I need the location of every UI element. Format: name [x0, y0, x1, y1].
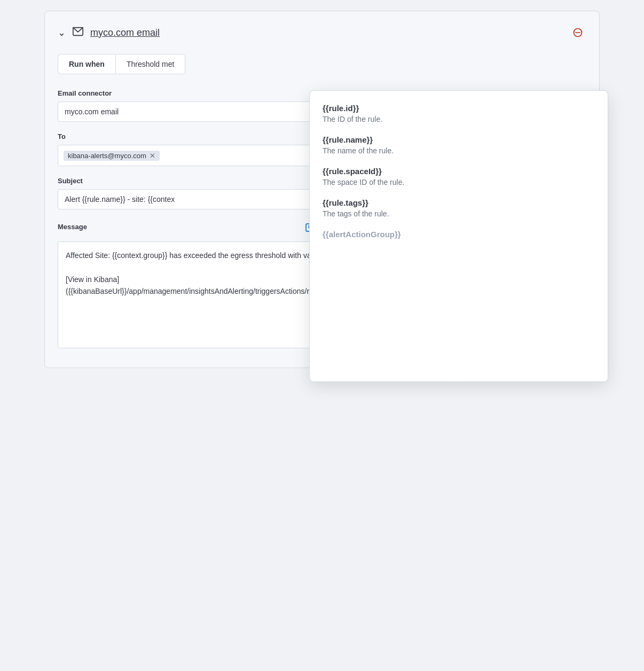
email-badge: kibana-alerts@myco.com ✕ — [64, 151, 160, 161]
mail-icon — [72, 26, 84, 40]
variable-name: {{rule.name}} — [323, 135, 593, 144]
header-row: ⌄ myco.com email — [58, 24, 586, 41]
connector-title: myco.com email — [90, 27, 160, 38]
variable-name: {{rule.spaceId}} — [323, 167, 593, 176]
variable-desc: The space ID of the rule. — [323, 178, 593, 186]
email-connector-label: Email connector — [58, 89, 319, 97]
variable-item-alert-action-group[interactable]: {{alertActionGroup}} — [323, 230, 593, 239]
form-section: Email connector To kibana-alerts@myco.co… — [58, 89, 319, 350]
variable-desc: The tags of the rule. — [323, 209, 593, 218]
variable-item-rule-id[interactable]: {{rule.id}} The ID of the rule. — [323, 104, 593, 123]
variable-name: {{rule.id}} — [323, 104, 593, 113]
message-header: Message — [58, 220, 319, 237]
chevron-down-icon[interactable]: ⌄ — [58, 27, 66, 38]
email-connector-input[interactable] — [58, 102, 319, 122]
variable-desc: The ID of the rule. — [323, 115, 593, 123]
tab-threshold-met[interactable]: Threshold met — [115, 54, 185, 74]
variable-item-rule-spaceid[interactable]: {{rule.spaceId}} The space ID of the rul… — [323, 167, 593, 186]
variable-name: {{alertActionGroup}} — [323, 230, 593, 239]
to-section: To kibana-alerts@myco.com ✕ — [58, 132, 319, 166]
subject-section: Subject — [58, 177, 319, 209]
subject-label: Subject — [58, 177, 319, 185]
variable-item-rule-name[interactable]: {{rule.name}} The name of the rule. — [323, 135, 593, 155]
badge-email-text: kibana-alerts@myco.com — [68, 152, 146, 160]
variable-name: {{rule.tags}} — [323, 198, 593, 207]
tabs-row: Run when Threshold met — [58, 54, 586, 74]
message-section: Message Affected Site: {{context.group}}… — [58, 220, 319, 350]
variable-item-rule-tags[interactable]: {{rule.tags}} The tags of the rule. — [323, 198, 593, 218]
header-left: ⌄ myco.com email — [58, 26, 160, 40]
action-card: ⌄ myco.com email Run when Threshold met … — [44, 11, 600, 368]
to-input[interactable]: kibana-alerts@myco.com ✕ — [58, 145, 319, 166]
dropdown-inner[interactable]: {{rule.id}} The ID of the rule. {{rule.n… — [323, 104, 597, 371]
variable-dropdown: {{rule.id}} The ID of the rule. {{rule.n… — [309, 90, 608, 382]
tab-run-when[interactable]: Run when — [58, 54, 115, 74]
badge-remove-icon[interactable]: ✕ — [150, 152, 155, 160]
remove-button[interactable] — [569, 24, 586, 41]
message-label: Message — [58, 223, 87, 231]
subject-input[interactable] — [58, 189, 319, 209]
to-label: To — [58, 132, 319, 141]
variable-desc: The name of the rule. — [323, 146, 593, 155]
